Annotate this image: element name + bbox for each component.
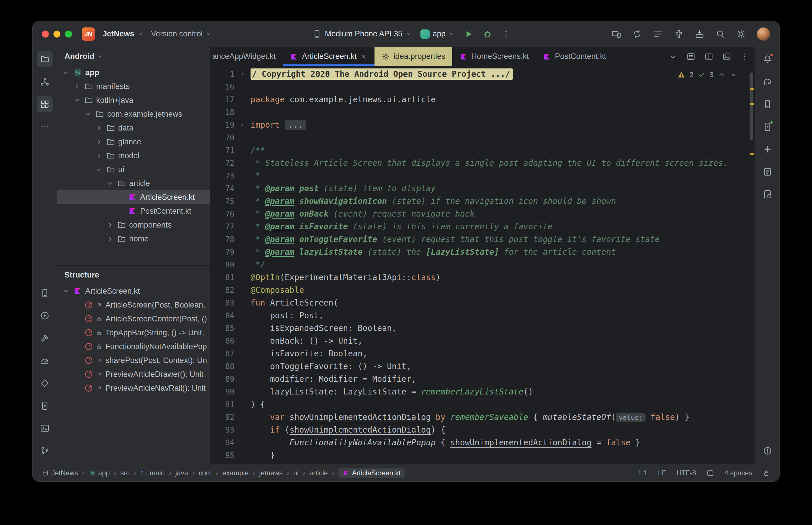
notifications-button[interactable]	[759, 51, 776, 67]
line-number[interactable]: 88	[210, 360, 234, 373]
code-line-1[interactable]: 1/ Copyright 2020 The Android Open Sourc…	[210, 68, 755, 80]
editor-scrollbar[interactable]	[748, 66, 755, 464]
search-everywhere-icon[interactable]	[715, 29, 726, 39]
breadcrumb-jetnews[interactable]: jetnews	[259, 469, 283, 477]
previous-issue-icon[interactable]	[718, 71, 726, 79]
code-line-74[interactable]: 74 * @param post (state) item to display	[210, 182, 755, 195]
project-view-selector[interactable]: Android	[57, 47, 210, 65]
code-line-91[interactable]: 91) {	[210, 398, 755, 411]
code-line-19[interactable]: 19import ...	[210, 119, 755, 131]
code-line-85[interactable]: 85 isExpandedScreen: Boolean,	[210, 322, 755, 335]
warning-stripe-mark[interactable]	[750, 88, 754, 90]
tree-item-articlescreen-kt[interactable]: ArticleScreen.kt	[57, 190, 210, 204]
tree-item-manifests[interactable]: manifests	[57, 79, 210, 93]
code-line-17[interactable]: 17package com.example.jetnews.ui.article	[210, 93, 755, 106]
more-editor-actions-icon[interactable]	[740, 52, 749, 61]
gradle-sync-icon[interactable]	[632, 29, 643, 39]
code-line-79[interactable]: 79 * @param lazyListState (state) the [L…	[210, 246, 755, 258]
tree-item-previewarticledrawer-unit[interactable]: fPreviewArticleDrawer(): Unit	[57, 367, 210, 381]
run-button[interactable]	[463, 29, 474, 39]
code-line-80[interactable]: 80 */	[210, 258, 755, 271]
indent-icon[interactable]	[707, 469, 714, 477]
tree-item-articlescreen-kt[interactable]: ArticleScreen.kt	[57, 284, 210, 298]
profiler-button[interactable]	[37, 352, 53, 369]
caret-position[interactable]: 1:1	[638, 469, 648, 477]
breadcrumb-article[interactable]: article	[309, 469, 328, 477]
line-number[interactable]: 89	[210, 373, 234, 386]
build-button[interactable]	[37, 330, 53, 346]
tab-idea-properties[interactable]: idea.properties	[374, 47, 452, 66]
line-number[interactable]: 83	[210, 297, 234, 309]
screenshot-icon[interactable]	[722, 52, 732, 61]
code-line-95[interactable]: 95 }	[210, 449, 755, 462]
split-editor-icon[interactable]	[704, 52, 713, 61]
breadcrumb-ui[interactable]: ui	[293, 469, 299, 477]
breadcrumb-articlescreen-kt[interactable]: ArticleScreen.kt	[338, 468, 404, 478]
more-run-options-icon[interactable]	[501, 29, 511, 39]
tree-item-components[interactable]: components	[57, 218, 210, 232]
user-avatar[interactable]	[757, 27, 770, 41]
tree-item-functionalitynotavailablepop[interactable]: fFunctionalityNotAvailablePop	[57, 340, 210, 354]
line-number[interactable]: 84	[210, 309, 234, 322]
line-number[interactable]: 75	[210, 195, 234, 208]
breadcrumb-com[interactable]: com	[199, 469, 212, 477]
tree-item-glance[interactable]: glance	[57, 135, 210, 149]
tree-item-postcontent-kt[interactable]: PostContent.kt	[57, 204, 210, 218]
line-number[interactable]: 79	[210, 246, 234, 258]
code-line-87[interactable]: 87 isFavorite: Boolean,	[210, 347, 755, 360]
warning-stripe-mark[interactable]	[750, 103, 754, 105]
fold-toggle[interactable]	[234, 71, 251, 78]
sdk-manager-icon[interactable]	[694, 29, 705, 39]
line-number[interactable]: 71	[210, 144, 234, 157]
line-number[interactable]: 95	[210, 449, 234, 462]
gradle-button[interactable]	[759, 74, 776, 90]
indent-size[interactable]: 4 spaces	[724, 469, 752, 477]
code-line-71[interactable]: 71/**	[210, 144, 755, 157]
tree-item-topappbar-string-unit[interactable]: fTopAppBar(String, () -> Unit,	[57, 326, 210, 340]
line-number[interactable]: 16	[210, 80, 234, 93]
find-button[interactable]	[759, 186, 776, 202]
line-number[interactable]: 92	[210, 411, 234, 424]
tree-item-model[interactable]: model	[57, 149, 210, 163]
line-number[interactable]: 82	[210, 284, 234, 297]
tree-item-sharepost-post-context-un[interactable]: fsharePost(Post, Context): Un	[57, 354, 210, 367]
code-line-89[interactable]: 89 modifier: Modifier = Modifier,	[210, 373, 755, 386]
code-line-72[interactable]: 72 * Stateless Article Screen that displ…	[210, 157, 755, 169]
code-line-76[interactable]: 76 * @param onBack (event) request navig…	[210, 208, 755, 220]
code-line-83[interactable]: 83fun ArticleScreen(	[210, 297, 755, 309]
logcat-button[interactable]	[37, 397, 53, 414]
line-number[interactable]: 78	[210, 233, 234, 246]
commit-tool-button[interactable]	[37, 74, 53, 90]
code-line-78[interactable]: 78 * @param onToggleFavorite (event) req…	[210, 233, 755, 246]
tree-item-com-example-jetnews[interactable]: com.example.jetnews	[57, 107, 210, 121]
debug-button[interactable]	[483, 29, 492, 39]
line-number[interactable]: 91	[210, 398, 234, 411]
tree-item-ui[interactable]: ui	[57, 163, 210, 177]
device-manager-button[interactable]	[37, 285, 53, 301]
assistant-button[interactable]	[759, 164, 776, 180]
structure-tool-button[interactable]	[37, 96, 53, 112]
zoom-window-button[interactable]	[65, 31, 72, 38]
app-quality-insights-button[interactable]	[37, 375, 53, 391]
running-devices-button[interactable]	[759, 119, 776, 135]
line-number[interactable]: 77	[210, 220, 234, 233]
line-number[interactable]: 87	[210, 347, 234, 360]
line-number[interactable]: 76	[210, 208, 234, 220]
readonly-lock-icon[interactable]	[763, 469, 770, 477]
code-line-18[interactable]: 18	[210, 106, 755, 119]
settings-icon[interactable]	[736, 29, 747, 39]
warning-stripe-mark[interactable]	[750, 153, 754, 155]
terminal-button[interactable]	[37, 420, 53, 436]
line-number[interactable]: 19	[210, 119, 234, 131]
code-line-93[interactable]: 93 if (showUnimplementedActionDialog) {	[210, 424, 755, 436]
line-number[interactable]: 73	[210, 169, 234, 182]
tree-item-data[interactable]: data	[57, 121, 210, 135]
tree-item-previewarticlenavrail-unit[interactable]: fPreviewArticleNavRail(): Unit	[57, 381, 210, 395]
breadcrumb-example[interactable]: example	[222, 469, 249, 477]
tree-item-kotlin-java[interactable]: kotlin+java	[57, 93, 210, 107]
line-number[interactable]: 81	[210, 271, 234, 284]
code-line-94[interactable]: 94 FunctionalityNotAvailablePopup { show…	[210, 436, 755, 449]
code-line-73[interactable]: 73 *	[210, 169, 755, 182]
code-line-86[interactable]: 86 onBack: () -> Unit,	[210, 335, 755, 347]
code-line-75[interactable]: 75 * @param showNavigationIcon (state) i…	[210, 195, 755, 208]
